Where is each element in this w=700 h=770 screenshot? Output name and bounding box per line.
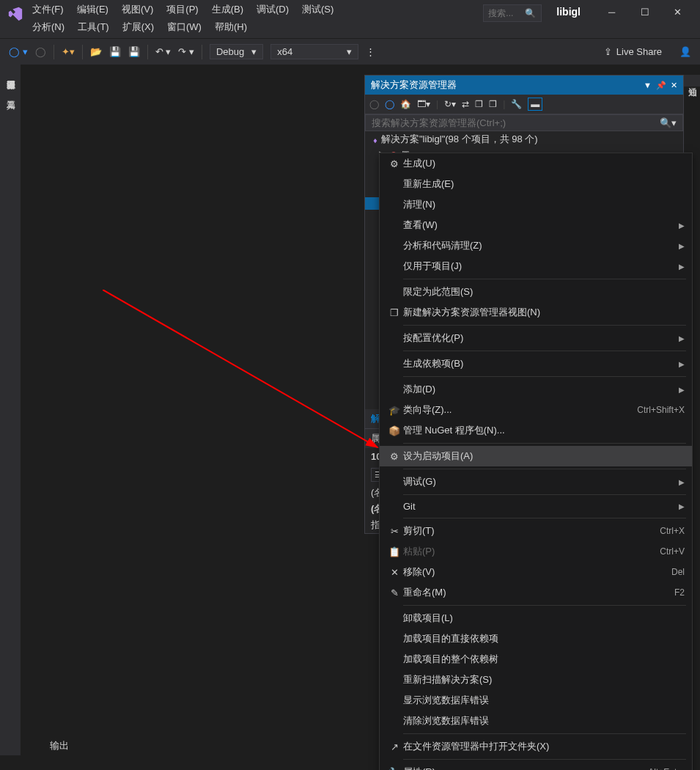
ctx-git[interactable]: Git▶ bbox=[380, 497, 692, 516]
paste-icon: 📋 bbox=[386, 546, 403, 557]
menu-file[interactable]: 文件(F) bbox=[32, 3, 64, 16]
menu-build[interactable]: 生成(B) bbox=[212, 3, 243, 16]
panel-header[interactable]: 解决方案资源管理器 ▼ 📌 ✕ bbox=[365, 76, 683, 95]
title-bar: 文件(F) 编辑(E) 视图(V) 项目(P) 生成(B) 调试(D) 测试(S… bbox=[0, 0, 700, 38]
ctx-load-direct[interactable]: 加载项目的直接依赖项 bbox=[380, 628, 692, 649]
save-all-button[interactable]: 💾 bbox=[128, 46, 140, 57]
panel-copy1-icon[interactable]: ❐ bbox=[475, 99, 483, 109]
ctx-clear-db-err[interactable]: 清除浏览数据库错误 bbox=[380, 711, 692, 731]
ctx-open-explorer[interactable]: ↗在文件资源管理器中打开文件夹(X) bbox=[380, 736, 692, 757]
right-sidebar-tabs: 通知 bbox=[684, 75, 700, 87]
panel-dropdown-icon[interactable]: ▼ bbox=[644, 81, 652, 90]
ctx-build[interactable]: ⚙生成(U) bbox=[380, 153, 692, 174]
explorer-icon: ↗ bbox=[386, 741, 403, 752]
search-input[interactable] bbox=[488, 8, 525, 18]
panel-refresh-icon[interactable]: ↻▾ bbox=[444, 99, 456, 109]
nuget-icon: 📦 bbox=[386, 425, 403, 436]
nav-back-button[interactable]: ◯ ▾ bbox=[9, 46, 28, 57]
menu-tools[interactable]: 工具(T) bbox=[78, 21, 109, 34]
solution-icon: ⬧ bbox=[372, 134, 378, 145]
view-icon: ❐ bbox=[386, 307, 403, 318]
left-sidebar-tabs: 服务器资源管理器 工具箱 bbox=[0, 65, 21, 755]
main-toolbar: ◯ ▾ ◯ ✦▾ 📂 💾 💾 ↶ ▾ ↷ ▾ Debug▾ x64▾ ⋮ ⇪ L… bbox=[0, 38, 700, 65]
solution-node[interactable]: ⬧ 解决方案"libigl"(98 个项目，共 98 个) bbox=[365, 131, 683, 147]
ctx-view[interactable]: 查看(W)▶ bbox=[380, 215, 692, 235]
config-dropdown[interactable]: Debug▾ bbox=[210, 44, 263, 59]
output-tab[interactable]: 输出 bbox=[50, 739, 69, 752]
menu-window[interactable]: 窗口(W) bbox=[167, 21, 202, 34]
window-controls: ─ ☐ ✕ bbox=[595, 0, 694, 23]
ctx-nuget[interactable]: 📦管理 NuGet 程序包(N)... bbox=[380, 420, 692, 441]
menu-bar: 文件(F) 编辑(E) 视图(V) 项目(P) 生成(B) 调试(D) 测试(S… bbox=[32, 0, 483, 35]
ctx-debug[interactable]: 调试(G)▶ bbox=[380, 472, 692, 492]
new-project-button[interactable]: ✦▾ bbox=[62, 46, 75, 57]
panel-collapse-icon[interactable]: ⇄ bbox=[462, 99, 469, 109]
ctx-set-startup[interactable]: ⚙设为启动项目(A) bbox=[380, 446, 692, 466]
save-button[interactable]: 💾 bbox=[109, 46, 121, 57]
menu-test[interactable]: 测试(S) bbox=[302, 3, 334, 16]
panel-home-icon[interactable]: 🏠 bbox=[400, 99, 411, 109]
nav-fwd-button[interactable]: ◯ bbox=[35, 46, 46, 57]
platform-dropdown[interactable]: x64▾ bbox=[270, 44, 358, 59]
search-icon[interactable]: 🔍 bbox=[525, 8, 536, 18]
close-button[interactable]: ✕ bbox=[661, 0, 694, 23]
gear-icon: ⚙ bbox=[386, 451, 403, 462]
ctx-show-db-err[interactable]: 显示浏览数据库错误 bbox=[380, 690, 692, 711]
ctx-project-only[interactable]: 仅用于项目(J)▶ bbox=[380, 256, 692, 276]
ctx-clean[interactable]: 清理(N) bbox=[380, 194, 692, 215]
live-share-button[interactable]: ⇪ Live Share bbox=[604, 46, 662, 57]
ctx-build-deps[interactable]: 生成依赖项(B)▶ bbox=[380, 353, 692, 374]
ctx-class-wizard[interactable]: 🎓类向导(Z)...Ctrl+Shift+X bbox=[380, 400, 692, 420]
redo-button[interactable]: ↷ ▾ bbox=[178, 46, 194, 57]
panel-title: 解决方案资源管理器 bbox=[371, 78, 457, 92]
ctx-properties[interactable]: 🔧属性(R)Alt+Enter bbox=[380, 762, 692, 770]
ctx-load-tree[interactable]: 加载项目的整个依赖树 bbox=[380, 649, 692, 670]
menu-project[interactable]: 项目(P) bbox=[166, 3, 198, 16]
server-explorer-tab[interactable]: 服务器资源管理器 bbox=[3, 70, 18, 76]
panel-copy2-icon[interactable]: ❐ bbox=[489, 99, 497, 109]
menu-analyze[interactable]: 分析(N) bbox=[32, 21, 65, 34]
panel-close-icon[interactable]: ✕ bbox=[671, 81, 677, 90]
panel-wrench-icon[interactable]: 🔧 bbox=[511, 99, 522, 109]
toolbox-tab[interactable]: 工具箱 bbox=[3, 91, 18, 97]
panel-view-icon[interactable]: ▬ bbox=[528, 98, 542, 111]
panel-search[interactable]: 🔍▾ bbox=[365, 114, 683, 131]
build-icon: ⚙ bbox=[386, 158, 403, 169]
panel-sync-icon[interactable]: 🗔▾ bbox=[417, 99, 430, 109]
open-button[interactable]: 📂 bbox=[90, 46, 102, 57]
ctx-optimize[interactable]: 按配置优化(P)▶ bbox=[380, 328, 692, 348]
wrench-icon: 🔧 bbox=[386, 767, 403, 771]
ctx-new-view[interactable]: ❐新建解决方案资源管理器视图(N) bbox=[380, 302, 692, 323]
maximize-button[interactable]: ☐ bbox=[628, 0, 661, 23]
menu-extensions[interactable]: 扩展(X) bbox=[122, 21, 154, 34]
menu-debug[interactable]: 调试(D) bbox=[257, 3, 289, 16]
ctx-unload[interactable]: 卸载项目(L) bbox=[380, 608, 692, 628]
ctx-add[interactable]: 添加(D)▶ bbox=[380, 379, 692, 400]
misc-button[interactable]: ⋮ bbox=[366, 46, 375, 57]
panel-back-icon[interactable]: ◯ bbox=[369, 99, 379, 109]
ctx-remove[interactable]: ✕移除(V)Del bbox=[380, 562, 692, 582]
panel-toolbar: ◯ ◯ 🏠 🗔▾ | ↻▾ ⇄ ❐ ❐ | 🔧 ▬ bbox=[365, 95, 683, 114]
menu-edit[interactable]: 编辑(E) bbox=[77, 3, 108, 16]
vs-logo-icon bbox=[6, 4, 25, 23]
notifications-tab[interactable]: 通知 bbox=[684, 75, 700, 87]
panel-fwd-icon[interactable]: ◯ bbox=[385, 99, 394, 109]
panel-pin-icon[interactable]: 📌 bbox=[656, 81, 666, 90]
ctx-rebuild[interactable]: 重新生成(E) bbox=[380, 174, 692, 194]
account-icon[interactable]: 👤 bbox=[679, 46, 691, 57]
cut-icon: ✂ bbox=[386, 526, 403, 537]
panel-search-icon[interactable]: 🔍▾ bbox=[660, 117, 677, 128]
ctx-cut[interactable]: ✂剪切(T)Ctrl+X bbox=[380, 521, 692, 541]
context-menu: ⚙生成(U) 重新生成(E) 清理(N) 查看(W)▶ 分析和代码清理(Z)▶ … bbox=[379, 153, 693, 770]
menu-help[interactable]: 帮助(H) bbox=[215, 21, 247, 34]
menu-view[interactable]: 视图(V) bbox=[122, 3, 153, 16]
ctx-paste: 📋粘贴(P)Ctrl+V bbox=[380, 541, 692, 562]
ctx-rename[interactable]: ✎重命名(M)F2 bbox=[380, 582, 692, 603]
undo-button[interactable]: ↶ ▾ bbox=[155, 46, 172, 57]
ctx-analyze[interactable]: 分析和代码清理(Z)▶ bbox=[380, 235, 692, 256]
search-box[interactable]: 🔍 bbox=[483, 4, 542, 22]
ctx-rescan[interactable]: 重新扫描解决方案(S) bbox=[380, 670, 692, 690]
minimize-button[interactable]: ─ bbox=[595, 0, 628, 23]
panel-search-input[interactable] bbox=[372, 117, 660, 128]
ctx-scope[interactable]: 限定为此范围(S) bbox=[380, 282, 692, 302]
